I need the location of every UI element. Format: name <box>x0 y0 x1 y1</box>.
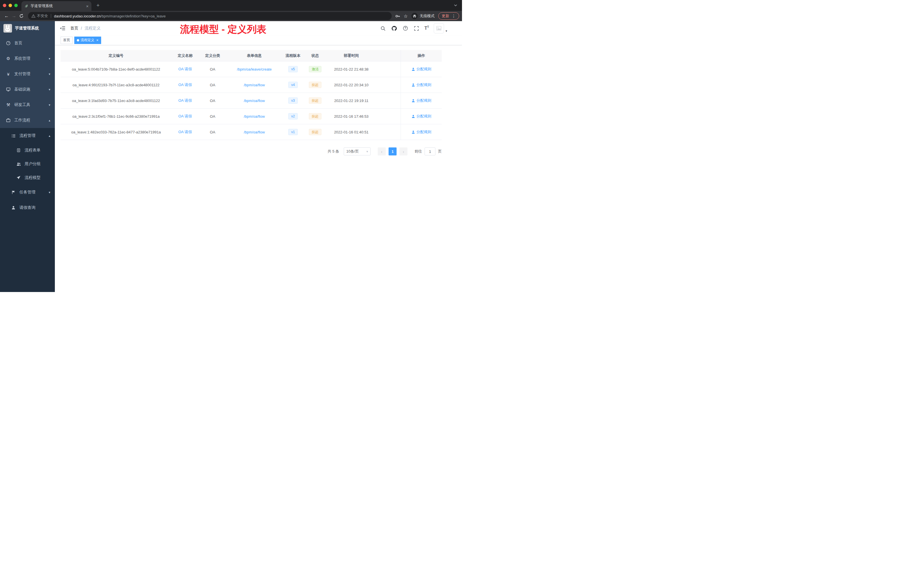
sidebar-logo[interactable]: 芋道管理系统 <box>0 21 55 35</box>
tag-home[interactable]: 首页 <box>61 36 73 44</box>
sidebar-item-label: 首页 <box>14 41 22 46</box>
close-window-button[interactable] <box>3 4 6 7</box>
chevron-down-icon: ▾ <box>49 191 50 194</box>
search-icon[interactable] <box>380 25 386 31</box>
form-link[interactable]: /bpm/oa/flow <box>244 83 265 87</box>
person-icon <box>411 68 415 71</box>
password-key-icon[interactable] <box>395 14 400 18</box>
assign-rule-button[interactable]: 分配规则 <box>411 129 431 135</box>
forward-icon[interactable]: → <box>10 12 18 20</box>
font-size-small: T <box>427 25 429 28</box>
column-deploy-time: 部署时间 <box>327 50 376 61</box>
document-icon <box>16 148 21 152</box>
column-definition-id: 定义编号 <box>61 50 172 61</box>
sidebar-item-process-form[interactable]: 流程表单 <box>0 144 55 157</box>
sidebar-item-process-mgmt[interactable]: 流程管理 ▴ <box>0 128 55 144</box>
breadcrumb-home[interactable]: 首页 <box>70 26 78 31</box>
goto-page-input[interactable] <box>424 147 436 155</box>
version-badge: v5 <box>288 66 298 73</box>
sidebar-item-label: 基础设施 <box>14 87 30 92</box>
app-title: 芋道管理系统 <box>15 26 39 31</box>
sidebar-item-task-mgmt[interactable]: 任务管理 ▾ <box>0 185 55 200</box>
chrome-update-button[interactable]: 更新 ⋮ <box>438 12 459 20</box>
page-content: 定义编号 定义名称 定义分类 表单信息 流程版本 状态 部署时间 操作 <box>55 45 462 155</box>
definition-name-link[interactable]: OA 请假 <box>178 82 192 87</box>
url-host: dashboard.yudao.iocoder.cn <box>54 14 101 18</box>
cell-filler <box>376 93 401 108</box>
column-form-info: 表单信息 <box>226 50 282 61</box>
sidebar-item-user-group[interactable]: 用户分组 <box>0 157 55 171</box>
fullscreen-icon[interactable] <box>413 25 420 31</box>
security-warning[interactable]: 不安全 <box>31 13 48 18</box>
sidebar-item-label: 系统管理 <box>14 56 30 61</box>
browser-menu-icon[interactable]: ⋮ <box>452 14 456 18</box>
assign-rule-button[interactable]: 分配规则 <box>411 66 431 72</box>
assign-rule-button[interactable]: 分配规则 <box>411 114 431 119</box>
definition-name-link[interactable]: OA 请假 <box>178 98 192 103</box>
address-bar[interactable]: 不安全 dashboard.yudao.iocoder.cn/bpm/manag… <box>28 12 392 20</box>
assign-rule-label: 分配规则 <box>417 66 431 72</box>
sidebar-item-leave-query[interactable]: 请假查询 <box>0 200 55 215</box>
assign-rule-button[interactable]: 分配规则 <box>411 82 431 87</box>
breadcrumb-separator: / <box>81 26 82 31</box>
assign-rule-button[interactable]: 分配规则 <box>411 98 431 103</box>
tag-close-icon[interactable]: × <box>96 38 99 42</box>
page-number-button[interactable]: 1 <box>389 147 396 155</box>
version-badge: v4 <box>288 82 298 88</box>
tag-label: 流程定义 <box>81 38 94 43</box>
browser-tab[interactable]: 芋道管理系统 × <box>21 1 91 11</box>
form-link[interactable]: /bpm/oa/flow <box>244 99 265 103</box>
user-avatar-menu[interactable]: ▾ <box>434 23 447 33</box>
sidebar-item-workflow[interactable]: 工作流程 ▴ <box>0 112 55 128</box>
page-size-select[interactable]: 10条/页 ▾ <box>344 147 371 155</box>
assign-rule-label: 分配规则 <box>417 129 431 135</box>
definition-name-link[interactable]: OA 请假 <box>178 129 192 135</box>
font-size-icon[interactable]: TT <box>424 25 429 31</box>
form-link[interactable]: /bpm/oa/flow <box>244 114 265 119</box>
person-icon <box>411 83 415 87</box>
sidebar-item-label: 支付管理 <box>14 71 30 77</box>
new-tab-button[interactable]: + <box>94 2 102 9</box>
version-badge: v1 <box>288 129 298 135</box>
person-icon <box>11 206 16 210</box>
zoom-window-button[interactable] <box>14 4 18 7</box>
minimize-window-button[interactable] <box>8 4 12 7</box>
github-icon[interactable] <box>391 25 398 31</box>
tag-process-definition[interactable]: 流程定义 × <box>74 36 101 44</box>
cell-definition-id: oa_leave:3:1fad3d93-7b75-11ec-a3c8-acde4… <box>61 93 172 108</box>
briefcase-icon <box>6 118 11 122</box>
annotation-overlay: 流程模型 - 定义列表 <box>180 23 266 35</box>
tab-close-icon[interactable]: × <box>86 4 89 8</box>
sidebar-item-infra[interactable]: 基础设施 ▾ <box>0 82 55 97</box>
sidebar-item-devtools[interactable]: ⚒ 研发工具 ▾ <box>0 97 55 112</box>
sidebar-item-process-model[interactable]: 流程模型 <box>0 171 55 185</box>
status-badge: 挂起 <box>309 82 322 88</box>
help-icon[interactable] <box>402 25 409 31</box>
font-size-large: T <box>424 26 427 31</box>
definition-name-link[interactable]: OA 请假 <box>178 66 192 72</box>
page-size-value: 10条/页 <box>346 149 359 154</box>
incognito-badge: 无痕模式 <box>411 13 435 19</box>
sidebar-item-label: 流程表单 <box>25 148 41 153</box>
form-link[interactable]: /bpm/oa/flow <box>244 130 265 134</box>
sidebar-item-home[interactable]: 首页 <box>0 35 55 51</box>
reload-icon[interactable] <box>18 12 25 20</box>
browser-toolbar: ← → 不安全 dashboard.yudao.iocoder.cn/bpm/m… <box>0 11 462 21</box>
assign-rule-label: 分配规则 <box>417 98 431 103</box>
yen-icon: ¥ <box>6 72 11 77</box>
form-link[interactable]: /bpm/oa/leave/create <box>237 67 271 71</box>
back-icon[interactable]: ← <box>3 12 10 20</box>
prev-page-button[interactable]: ‹ <box>378 147 386 155</box>
url-path: /bpm/manager/definition?key=oa_leave <box>101 14 165 18</box>
status-badge: 挂起 <box>309 113 322 120</box>
tab-search-chevron-icon[interactable] <box>454 3 457 7</box>
table-row: oa_leave:1:482ec033-762a-11ec-8477-a2380… <box>61 124 442 140</box>
bookmark-star-icon[interactable]: ☆ <box>404 13 408 19</box>
definition-name-link[interactable]: OA 请假 <box>178 114 192 119</box>
sidebar-item-payment[interactable]: ¥ 支付管理 ▾ <box>0 66 55 82</box>
next-page-button[interactable]: › <box>399 147 408 155</box>
sidebar-item-system[interactable]: ⚙ 系统管理 ▾ <box>0 51 55 66</box>
incognito-label: 无痕模式 <box>420 13 435 18</box>
sidebar-item-label: 流程管理 <box>20 133 35 138</box>
sidebar-fold-icon[interactable] <box>59 25 66 31</box>
